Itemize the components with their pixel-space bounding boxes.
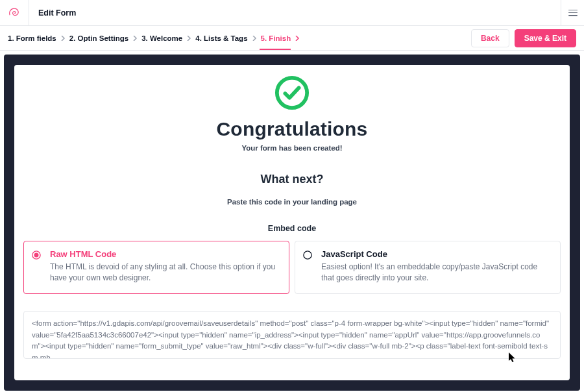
finish-card: Congratulations Your form has been creat… — [14, 65, 570, 380]
breadcrumb-step-lists-tags[interactable]: 4. Lists & Tags — [195, 34, 256, 42]
breadcrumb-label: 5. Finish — [261, 34, 291, 42]
chevron-right-icon — [60, 36, 66, 41]
svg-point-3 — [304, 251, 311, 259]
menu-button[interactable] — [561, 0, 584, 26]
groove-logo-icon — [8, 7, 20, 19]
back-button[interactable]: Back — [471, 29, 509, 47]
save-exit-button[interactable]: Save & Exit — [515, 29, 576, 47]
breadcrumb-label: 3. Welcome — [141, 34, 182, 42]
option-description: Easiest option! It's an embeddable copy/… — [321, 262, 551, 284]
option-javascript[interactable]: JavaScript Code Easiest option! It's an … — [295, 241, 561, 294]
chevron-right-icon — [132, 36, 138, 41]
app-logo[interactable] — [0, 0, 29, 26]
congrats-subtitle: Your form has been created! — [23, 144, 561, 152]
embed-options: Raw HTML Code The HTML is devoid of any … — [23, 241, 561, 294]
hamburger-icon — [568, 10, 578, 16]
option-raw-html[interactable]: Raw HTML Code The HTML is devoid of any … — [23, 241, 289, 294]
paste-hint: Paste this code in your landing page — [23, 198, 561, 206]
congrats-heading: Congratulations — [23, 118, 561, 140]
breadcrumb-label: 1. Form fields — [8, 34, 56, 42]
option-title: JavaScript Code — [321, 249, 551, 259]
breadcrumb-step-finish[interactable]: 5. Finish — [261, 34, 300, 42]
breadcrumb-step-optin-settings[interactable]: 2. Optin Settings — [69, 34, 138, 42]
page-title: Edit Form — [29, 8, 76, 18]
embed-code-label: Embed code — [23, 224, 561, 233]
breadcrumb-step-welcome[interactable]: 3. Welcome — [141, 34, 191, 42]
option-title: Raw HTML Code — [50, 249, 280, 259]
breadcrumb: 1. Form fields 2. Optin Settings 3. Welc… — [8, 34, 300, 42]
breadcrumb-step-form-fields[interactable]: 1. Form fields — [8, 34, 66, 42]
chevron-right-icon — [186, 36, 191, 41]
svg-point-2 — [34, 253, 39, 258]
option-description: The HTML is devoid of any styling at all… — [50, 262, 280, 284]
chevron-right-icon — [252, 36, 257, 41]
content-frame: Congratulations Your form has been creat… — [4, 55, 580, 391]
breadcrumb-bar: 1. Form fields 2. Optin Settings 3. Welc… — [0, 26, 584, 51]
radio-unselected-icon — [303, 251, 312, 260]
breadcrumb-label: 2. Optin Settings — [69, 34, 128, 42]
top-bar: Edit Form — [0, 0, 584, 26]
chevron-right-icon — [295, 36, 300, 41]
radio-selected-icon — [32, 251, 41, 260]
breadcrumb-label: 4. Lists & Tags — [195, 34, 247, 42]
success-check-icon — [274, 75, 310, 110]
what-next-heading: What next? — [23, 173, 561, 186]
embed-code-box[interactable]: <form action="https://v1.gdapis.com/api/… — [23, 311, 561, 359]
